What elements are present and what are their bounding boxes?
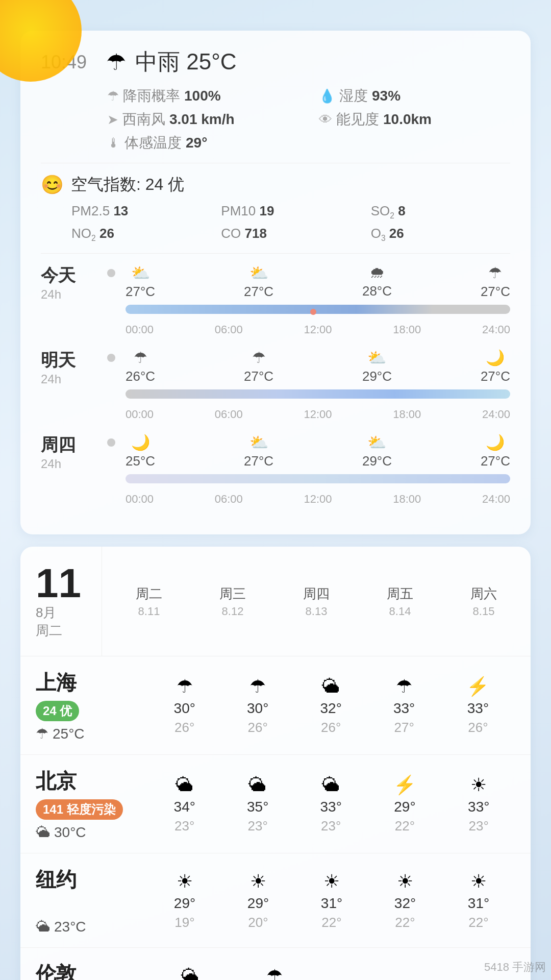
today-times: 00:00 06:00 12:00 18:00 24:00 (126, 323, 510, 336)
co: CO 718 (221, 226, 360, 243)
london-forecast: 🌥 ☂ (148, 966, 515, 980)
temp-item: ☂27°C (244, 349, 273, 384)
forecast-today: 今天 24h ⛅27°C ⛅27°C 🌧28°C ☂27°C (41, 264, 510, 336)
current-weather-desc: 中雨 25°C (135, 47, 237, 77)
city-day-col: 🌥 34° 23° (174, 774, 195, 834)
today-content: ⛅27°C ⛅27°C 🌧28°C ☂27°C (126, 264, 510, 336)
city-day-col: 🌥 32° 26° (320, 676, 342, 736)
city-day-col: ☀ 29° 20° (247, 871, 269, 930)
rain-probability: ☂ 降雨概率 100% (107, 86, 298, 106)
beijing-name: 北京 (36, 767, 148, 795)
wind-icon: ➤ (107, 112, 118, 128)
temp-item: ⛅29°C (362, 433, 392, 469)
shanghai-current-temp: ☂ 25°C (36, 725, 148, 742)
watermark: 5418 手游网 (484, 960, 546, 975)
city-row-shanghai: 上海 24 优 ☂ 25°C ☂ 30° 26° ☂ 30° 26° 🌥 32°… (20, 656, 531, 755)
weather-icon: 🌥 (176, 774, 194, 796)
cal-col-thu: 周四 8.13 (303, 585, 330, 618)
weather-icon: ☀ (470, 871, 487, 892)
london-name: 伦敦 (36, 960, 148, 980)
temp-item: ☂27°C (481, 264, 510, 300)
weather-icon: 🌥 (248, 774, 267, 796)
beijing-forecast: 🌥 34° 23° 🌥 35° 23° 🌥 33° 23° ⚡ 29° 22° … (148, 774, 515, 834)
air-quality-section: 😊 空气指数: 24 优 PM2.5 13 PM10 19 SO2 8 NO2 … (41, 163, 510, 243)
weather-icon: ⚡ (466, 676, 489, 697)
top-card: 10:49 ☂ 中雨 25°C ☂ 降雨概率 100% 💧 湿度 93% ➤ 西… (20, 31, 531, 534)
weather-icon: ☀ (397, 871, 413, 892)
beijing-info: 北京 141 轻度污染 🌥 30°C (36, 767, 148, 841)
calendar-month: 8月 (36, 605, 56, 620)
city-day-col: 🌥 35° 23° (247, 774, 268, 834)
weather-details: ☂ 降雨概率 100% 💧 湿度 93% ➤ 西南风 3.01 km/h 👁 能… (41, 86, 510, 153)
city-day-col: 🌥 33° 23° (320, 774, 342, 834)
today-temps: ⛅27°C ⛅27°C 🌧28°C ☂27°C (126, 264, 510, 300)
rain-icon: ☂ (106, 49, 126, 75)
today-label: 今天 24h (41, 264, 107, 302)
temp-item: ⛅27°C (126, 264, 155, 300)
calendar-day-number: 11 (36, 563, 86, 604)
thursday-bar-area (126, 474, 510, 488)
temp-item: ⛅27°C (244, 433, 273, 469)
calendar-weekday: 周二 (36, 623, 62, 638)
city-day-col: ☀ 31° 22° (321, 871, 342, 930)
tomorrow-label: 明天 24h (41, 349, 107, 386)
newyork-info: 纽约 🌥 23°C (36, 866, 148, 935)
weather-icon: ☀ (177, 871, 193, 892)
beijing-aqi-badge: 141 轻度污染 (36, 799, 123, 820)
thursday-times: 00:00 06:00 12:00 18:00 24:00 (126, 493, 510, 506)
beijing-current-temp: 🌥 30°C (36, 824, 148, 841)
city-day-col: ☀ 32° 22° (394, 871, 416, 930)
shanghai-forecast: ☂ 30° 26° ☂ 30° 26° 🌥 32° 26° ☂ 33° 27° … (148, 676, 515, 736)
weather-icon: ☀ (470, 774, 487, 796)
cal-col-sat: 周六 8.15 (470, 585, 497, 618)
today-bar-area (126, 305, 510, 319)
city-day-col: ☀ 31° 22° (468, 871, 489, 930)
bottom-card: 11 8月 周二 周二 8.11 周三 8.12 周四 8.13 周五 8.14 (20, 547, 531, 980)
city-day-col: 🌥 (181, 966, 199, 980)
weather-icon: ☀ (323, 871, 340, 892)
city-day-col: ☂ 33° 27° (393, 676, 415, 736)
cal-col-tue: 周二 8.11 (136, 585, 162, 618)
weather-icon: ☂ (396, 676, 412, 697)
forecast-thursday: 周四 24h 🌙25°C ⛅27°C ⛅29°C 🌙27°C (41, 433, 510, 506)
cal-col-wed: 周三 8.12 (219, 585, 246, 618)
city-row-newyork: 纽约 🌥 23°C ☀ 29° 19° ☀ 29° 20° ☀ 31° 22° (20, 853, 531, 948)
thermometer-icon: 🌡 (107, 135, 120, 151)
calendar-days-row: 周二 8.11 周三 8.12 周四 8.13 周五 8.14 周六 8.15 (102, 547, 531, 656)
thursday-content: 🌙25°C ⛅27°C ⛅29°C 🌙27°C 00:0 (126, 433, 510, 506)
tomorrow-bar-area (126, 389, 510, 404)
shanghai-name: 上海 (36, 669, 148, 697)
newyork-current-temp: 🌥 23°C (36, 918, 148, 935)
newyork-cloud-icon: 🌥 (36, 918, 50, 935)
newyork-forecast: ☀ 29° 19° ☀ 29° 20° ☀ 31° 22° ☀ 32° 22° … (148, 871, 515, 930)
tomorrow-temps: ☂26°C ☂27°C ⛅29°C 🌙27°C (126, 349, 510, 384)
temp-item: 🌙27°C (481, 433, 510, 469)
weather-icon: ☂ (249, 676, 266, 697)
city-day-col: ☀ 29° 19° (174, 871, 195, 930)
city-day-col: ⚡ 29° 22° (393, 774, 416, 834)
air-grid: PM2.5 13 PM10 19 SO2 8 NO2 26 CO 718 O3 … (41, 203, 510, 243)
rain-prob-icon: ☂ (107, 88, 119, 104)
current-weather-row: 10:49 ☂ 中雨 25°C (41, 47, 510, 77)
city-day-col: ☀ 33° 23° (468, 774, 489, 834)
temp-item: 🌧28°C (362, 264, 392, 300)
london-info: 伦敦 (36, 960, 148, 980)
shanghai-aqi-badge: 24 优 (36, 701, 79, 721)
humidity-icon: 💧 (319, 88, 335, 104)
so2: SO2 8 (371, 203, 510, 220)
today-dot (107, 269, 115, 277)
city-row-beijing: 北京 141 轻度污染 🌥 30°C 🌥 34° 23° 🌥 35° 23° 🌥… (20, 755, 531, 853)
city-day-col: ☂ 30° 26° (174, 676, 195, 736)
newyork-name: 纽约 (36, 866, 148, 894)
tomorrow-times: 00:00 06:00 12:00 18:00 24:00 (126, 408, 510, 421)
temp-item: ⛅27°C (244, 264, 273, 300)
temp-item: 🌙25°C (126, 433, 155, 469)
weather-icon: 🌥 (181, 966, 199, 980)
visibility: 👁 能见度 10.0km (319, 110, 510, 129)
calendar-header: 11 8月 周二 周二 8.11 周三 8.12 周四 8.13 周五 8.14 (20, 547, 531, 656)
thursday-dot (107, 438, 115, 447)
thursday-bar (126, 474, 510, 483)
today-bar (126, 305, 510, 314)
thursday-label: 周四 24h (41, 433, 107, 471)
cal-col-fri: 周五 8.14 (387, 585, 413, 618)
